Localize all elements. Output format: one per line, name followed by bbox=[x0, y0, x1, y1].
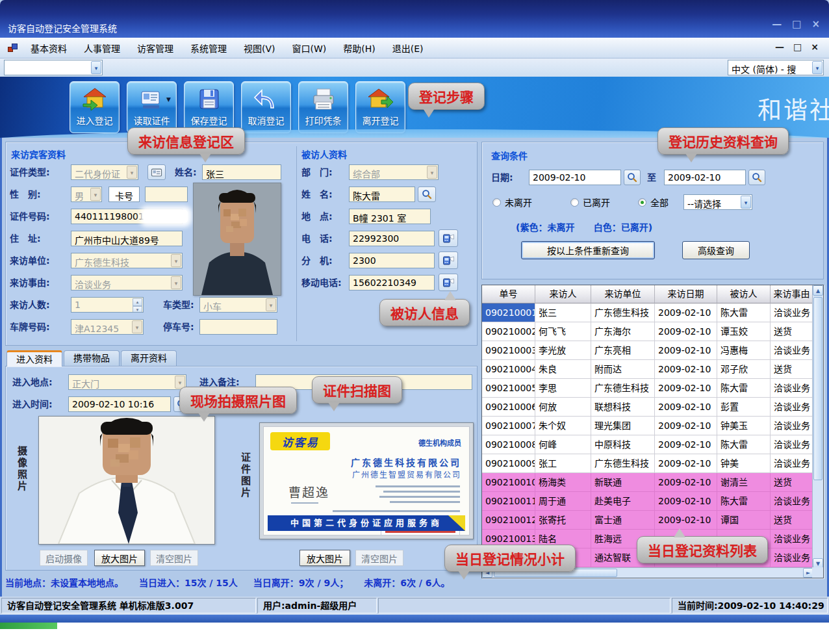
dial-phone-button[interactable] bbox=[439, 229, 458, 247]
toolbar-button-label: 离开登记 bbox=[363, 114, 399, 127]
toolbar-button-label: 打印凭条 bbox=[305, 114, 342, 127]
menu-item-8[interactable]: 退出(E) bbox=[384, 38, 432, 58]
close-icon[interactable]: × bbox=[811, 18, 820, 30]
date-from-field[interactable]: 2009-02-10 bbox=[529, 170, 621, 185]
card-detail-line bbox=[376, 485, 460, 487]
radio-dot-icon[interactable] bbox=[638, 198, 646, 207]
date-to-field[interactable]: 2009-02-10 bbox=[664, 170, 746, 185]
table-row[interactable]: 090210007朱个奴理光集团2009-02-10钟美玉洽谈业务 bbox=[482, 398, 813, 417]
requery-button[interactable]: 按以上条件重新查询 bbox=[521, 241, 655, 259]
camera-zoom-button[interactable]: 放大图片 bbox=[94, 550, 145, 566]
visitee-name-field[interactable]: 陈大雷 bbox=[349, 187, 415, 202]
calendar-search-icon bbox=[752, 172, 762, 183]
visitor-name-field[interactable]: 张三 bbox=[202, 164, 281, 180]
table-row[interactable]: 090210013陆名胜海远洽谈业务 bbox=[482, 511, 813, 530]
menu-item-6[interactable]: 窗口(W) bbox=[284, 38, 335, 58]
visitee-search-button[interactable] bbox=[418, 187, 436, 202]
ext-field[interactable]: 2300 bbox=[349, 253, 435, 268]
dropdown-arrow-icon: ▾ bbox=[427, 166, 437, 179]
table-row[interactable]: 090210005李思广东德生科技2009-02-10陈大雷洽谈业务 bbox=[482, 361, 813, 380]
table-row[interactable]: 090210008何峰中原科技2009-02-10陈大雷洽谈业务 bbox=[482, 417, 813, 436]
radio-1[interactable]: 未离开 bbox=[492, 196, 532, 209]
camera-start-button[interactable]: 启动摄像 bbox=[40, 550, 88, 566]
radio-2[interactable]: 已离开 bbox=[570, 196, 610, 209]
date-from-picker-button[interactable] bbox=[624, 170, 641, 185]
radio-dot-icon[interactable] bbox=[492, 198, 501, 207]
location-field[interactable]: B幢 2301 室 bbox=[349, 209, 431, 224]
scan-zoom-button[interactable]: 放大图片 bbox=[300, 550, 350, 566]
camera-photo-image bbox=[39, 417, 214, 544]
visitor-section-title: 来访宾客资料 bbox=[11, 148, 66, 161]
window-edge-left bbox=[0, 75, 2, 623]
minimize-icon[interactable]: — bbox=[772, 18, 782, 30]
menu-item-5[interactable]: 视图(V) bbox=[235, 38, 284, 58]
quick-select-combo[interactable]: ▾ bbox=[4, 60, 103, 75]
vertical-scroll-thumb[interactable] bbox=[813, 297, 823, 480]
scanned-card: 访客易 德生机构成员 广东德生科技有限公司 广州德生智盟贸易有限公司 曹超逸 中… bbox=[263, 426, 470, 535]
dropdown-arrow-icon[interactable]: ▾ bbox=[741, 196, 751, 209]
visitee-section-title: 被访人资料 bbox=[301, 148, 347, 161]
table-row[interactable]: 090210002何飞飞广东海尔2009-02-10谭玉姣送货 bbox=[482, 304, 813, 323]
mdi-close-icon[interactable]: × bbox=[811, 42, 819, 52]
tab-3[interactable]: 离开资料 bbox=[121, 350, 177, 367]
search-icon bbox=[422, 189, 432, 200]
dial-ext-button[interactable] bbox=[439, 251, 458, 269]
status-filter-select[interactable]: --请选择▾ bbox=[683, 194, 752, 210]
table-row[interactable]: 090210010杨海类新联通2009-02-10谢清兰送货 bbox=[482, 455, 813, 474]
dropdown-arrow-icon[interactable]: ▾ bbox=[91, 61, 101, 74]
menu-item-3[interactable]: 访客管理 bbox=[129, 38, 182, 58]
toolbar-button-cancel[interactable]: 取消登记 bbox=[241, 81, 291, 133]
entry-time-field[interactable]: 2009-02-10 10:16 bbox=[68, 396, 171, 412]
dropdown-arrow-icon[interactable]: ▾ bbox=[812, 61, 823, 74]
radio-dot-icon[interactable] bbox=[570, 198, 579, 207]
id-number-label: 证件号码: bbox=[10, 211, 50, 222]
scan-clear-button[interactable]: 清空图片 bbox=[355, 550, 403, 566]
table-row[interactable]: 090210012张寄托富士通2009-02-10谭国送货 bbox=[482, 493, 813, 511]
toolbar-button-print[interactable]: 打印凭条 bbox=[298, 81, 348, 133]
toolbar-button-enter[interactable]: 进入登记 bbox=[70, 81, 120, 133]
card-reader-button[interactable] bbox=[147, 164, 166, 180]
phone-dial-icon bbox=[442, 277, 455, 288]
table-row[interactable]: 090210003李光放广东亮相2009-02-10冯惠梅洽谈业务 bbox=[482, 323, 813, 342]
to-label: 至 bbox=[647, 172, 656, 183]
id-scan-image: 访客易 德生机构成员 广东德生科技有限公司 广州德生智盟贸易有限公司 曹超逸 中… bbox=[259, 422, 474, 539]
parking-label: 停车号: bbox=[163, 322, 194, 333]
table-row[interactable]: 090210009张工广东德生科技2009-02-10钟美洽谈业务 bbox=[482, 436, 813, 455]
tab-1[interactable]: 进入资料 bbox=[6, 350, 62, 367]
restore-icon[interactable]: □ bbox=[792, 18, 801, 30]
card-detail-line bbox=[291, 502, 318, 504]
scroll-up-icon[interactable]: ▲ bbox=[813, 285, 823, 296]
table-row[interactable]: 090210011周于通赴美电子2009-02-10陈大雷洽谈业务 bbox=[482, 474, 813, 493]
mdi-restore-icon[interactable]: □ bbox=[793, 42, 802, 52]
mobile-field[interactable]: 15602210349 bbox=[349, 275, 435, 290]
mdi-minimize-icon[interactable]: — bbox=[775, 42, 784, 52]
dropdown-arrow-icon: ▾ bbox=[127, 166, 137, 179]
table-row[interactable]: 090210004朱良附而达2009-02-10邓子欣送货 bbox=[482, 342, 813, 361]
vertical-scrollbar[interactable]: ▲ ▼ bbox=[812, 285, 823, 569]
dial-mobile-button[interactable] bbox=[439, 274, 458, 291]
table-row[interactable]: 090210001张三广东德生科技2009-02-10陈大雷洽谈业务 bbox=[482, 285, 813, 304]
address-field[interactable]: 广州市中山大道89号 bbox=[71, 231, 183, 246]
camera-clear-button[interactable]: 清空图片 bbox=[150, 550, 198, 566]
radio-3[interactable]: 全部 bbox=[638, 196, 669, 209]
dropdown-arrow-icon: ▾ bbox=[90, 188, 101, 201]
menu-item-1[interactable]: 基本资料 bbox=[22, 38, 75, 58]
table-row[interactable]: 090210006何放联想科技2009-02-10彭置洽谈业务 bbox=[482, 380, 813, 398]
toolbar-button-read[interactable]: ▼读取证件 bbox=[127, 81, 177, 133]
tab-2[interactable]: 携带物品 bbox=[64, 350, 120, 367]
language-combo[interactable]: 中文 (简体) - 搜 ▾ bbox=[728, 60, 824, 75]
toolbar-button-save[interactable]: 保存登记 bbox=[184, 81, 234, 133]
date-to-picker-button[interactable] bbox=[748, 170, 765, 185]
toolbar-button-leave[interactable]: 离开登记 bbox=[355, 81, 405, 133]
entry-time-label: 进入时间: bbox=[12, 399, 53, 410]
visitor-count-stepper: 1 ▴▾ bbox=[71, 297, 144, 313]
camera-photo bbox=[38, 416, 215, 545]
dept-select: 综合部▾ bbox=[349, 164, 439, 180]
advanced-query-button[interactable]: 高级查询 bbox=[682, 241, 750, 259]
menu-item-2[interactable]: 人事管理 bbox=[75, 38, 129, 58]
dropdown-arrow-icon[interactable]: ▼ bbox=[166, 96, 171, 103]
menu-item-4[interactable]: 系统管理 bbox=[182, 38, 235, 58]
phone-field[interactable]: 22992300 bbox=[349, 231, 435, 246]
menu-item-7[interactable]: 帮助(H) bbox=[335, 38, 383, 58]
callout-steps: 登记步骤 bbox=[408, 83, 485, 110]
